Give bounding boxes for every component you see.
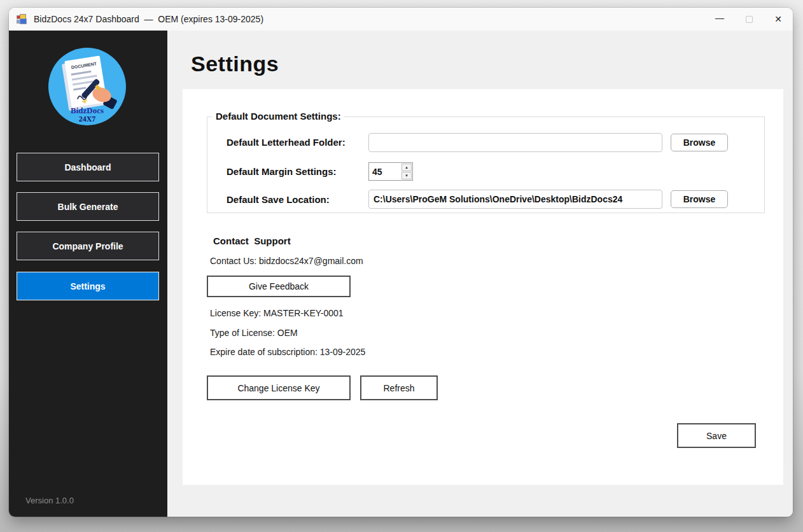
app-logo: DOCUMENT BidzDocs 24X7 bbox=[48, 48, 126, 125]
sidebar-item-bulk-generate[interactable]: Bulk Generate bbox=[17, 192, 159, 221]
default-document-settings-group: Default Document Settings: Default Lette… bbox=[207, 116, 765, 213]
save-location-label: Default Save Location: bbox=[227, 194, 330, 205]
sidebar-item-label: Settings bbox=[70, 281, 105, 291]
sidebar-item-label: Bulk Generate bbox=[58, 202, 118, 212]
sidebar-item-company-profile[interactable]: Company Profile bbox=[17, 232, 159, 260]
window-title: BidzDocs 24x7 Dashboard — OEM (expires 1… bbox=[34, 14, 263, 24]
contact-support-heading: Contact Support bbox=[213, 235, 291, 246]
spinner-up-button[interactable]: ▲ bbox=[402, 164, 412, 171]
group-legend: Default Document Settings: bbox=[213, 111, 344, 122]
refresh-button[interactable]: Refresh bbox=[360, 375, 438, 400]
maximize-icon bbox=[746, 16, 753, 23]
logo-text-line1: BidzDocs bbox=[71, 106, 104, 115]
margin-settings-label: Default Margin Settings: bbox=[227, 166, 337, 177]
letterhead-folder-label: Default Letterhead Folder: bbox=[227, 137, 346, 148]
save-location-input[interactable] bbox=[368, 190, 662, 209]
maximize-button[interactable] bbox=[734, 8, 764, 31]
sidebar-item-label: Company Profile bbox=[52, 241, 123, 251]
license-expiry-text: Expire date of subscription: 13-09-2025 bbox=[210, 347, 365, 357]
main-content: Settings Default Document Settings: Defa… bbox=[167, 31, 793, 517]
letterhead-browse-button[interactable]: Browse bbox=[671, 134, 728, 151]
sidebar-item-dashboard[interactable]: Dashboard bbox=[17, 153, 159, 181]
settings-panel: Default Document Settings: Default Lette… bbox=[183, 89, 783, 485]
sidebar: DOCUMENT BidzDocs 24X7 bbox=[9, 31, 167, 517]
contact-email-text: Contact Us: bidzdocs24x7@gmail.com bbox=[210, 256, 363, 266]
logo-illustration: DOCUMENT BidzDocs 24X7 bbox=[48, 48, 126, 125]
letterhead-folder-input[interactable] bbox=[368, 133, 662, 152]
sidebar-item-label: Dashboard bbox=[64, 162, 111, 172]
license-type-text: Type of License: OEM bbox=[210, 328, 298, 338]
minimize-button[interactable]: — bbox=[705, 8, 734, 31]
title-bar: BidzDocs 24x7 Dashboard — OEM (expires 1… bbox=[9, 8, 793, 31]
save-button[interactable]: Save bbox=[677, 423, 756, 448]
app-icon bbox=[17, 14, 27, 24]
chevron-down-icon: ▼ bbox=[405, 174, 408, 178]
close-button[interactable]: ✕ bbox=[764, 8, 793, 31]
give-feedback-button[interactable]: Give Feedback bbox=[207, 276, 351, 297]
spinner-down-button[interactable]: ▼ bbox=[402, 172, 412, 179]
margin-value-input[interactable] bbox=[369, 163, 401, 180]
sidebar-item-settings[interactable]: Settings bbox=[17, 272, 159, 300]
license-key-text: License Key: MASTER-KEY-0001 bbox=[210, 308, 344, 318]
version-label: Version 1.0.0 bbox=[25, 496, 74, 505]
margin-spinner: ▲ ▼ bbox=[368, 162, 413, 181]
save-location-browse-button[interactable]: Browse bbox=[671, 190, 728, 208]
page-title: Settings bbox=[191, 52, 279, 76]
logo-text-line2: 24X7 bbox=[79, 115, 96, 123]
app-window: BidzDocs 24x7 Dashboard — OEM (expires 1… bbox=[9, 8, 793, 517]
change-license-key-button[interactable]: Change License Key bbox=[207, 375, 351, 400]
chevron-up-icon: ▲ bbox=[405, 165, 408, 169]
